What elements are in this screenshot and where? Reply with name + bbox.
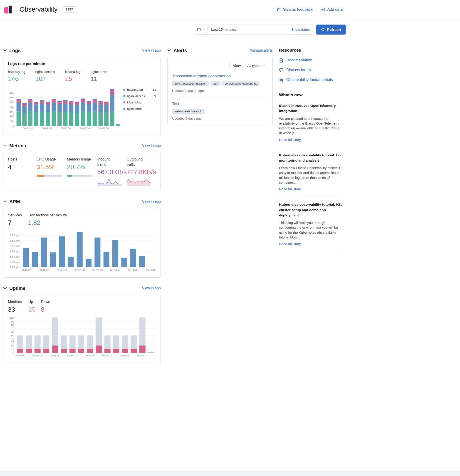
legend-label: haproxy.log	[127, 88, 143, 91]
stat-value: 146	[8, 75, 25, 83]
svg-text:150: 150	[10, 110, 14, 113]
svg-text:250: 250	[10, 101, 14, 104]
stat-label: kibana.log	[65, 69, 80, 74]
svg-text:90: 90	[11, 320, 14, 323]
news-item-title: Kubernetes observability tutorial: Log m…	[279, 153, 343, 163]
news-item-title: Kubernetes observability tutorial: K8s c…	[279, 202, 343, 218]
uptime-stat-up: Up 25	[28, 299, 41, 313]
manage-alerts-link[interactable]: Manage alerts	[250, 48, 273, 52]
svg-text:09:56:00: 09:56:00	[99, 127, 109, 130]
alerts-view-button[interactable]: View	[230, 62, 244, 69]
news-divider	[279, 251, 343, 251]
stat-label: nginx.error	[90, 69, 107, 74]
legend-dot	[123, 95, 125, 97]
svg-text:09:56:00: 09:56:00	[128, 269, 138, 272]
cpu-progress-fill	[37, 175, 44, 177]
legend-label: nginx.error	[127, 107, 142, 110]
svg-text:40: 40	[11, 338, 14, 340]
resource-link-discuss-forum[interactable]: Discuss forum	[279, 68, 343, 72]
metrics-section-title: Metrics	[9, 143, 26, 148]
svg-text:09:58:00: 09:58:00	[137, 354, 148, 357]
apm-stat-services: Services 7	[8, 213, 28, 226]
metrics-section: Metrics View in app Hosts 4 CPU Usage 31…	[3, 143, 161, 191]
metrics-collapse-chevron-icon[interactable]	[3, 144, 7, 147]
news-divider	[279, 196, 343, 196]
uptime-stat-monitors: Monitors 33	[8, 299, 28, 313]
legend-item[interactable]: nginx.error	[123, 107, 156, 110]
beta-badge: BETA	[62, 6, 78, 13]
apm-collapse-chevron-icon[interactable]	[3, 200, 7, 204]
legend-item[interactable]: nginx.access 9	[123, 94, 156, 98]
date-quick-select-button[interactable]	[194, 25, 208, 34]
uptime-section-title: Uptime	[9, 286, 25, 291]
svg-text:09:52:00: 09:52:00	[92, 269, 103, 272]
apm-panel: Services 7 Transactions per minute 1.82 …	[3, 208, 161, 278]
resource-link-observability-fundamentals[interactable]: Observability fundamentals	[279, 77, 343, 82]
svg-text:50: 50	[11, 120, 14, 123]
fundamentals-icon	[279, 78, 283, 82]
legend-item[interactable]: haproxy.log 11	[123, 88, 156, 91]
svg-text:1.50 tpm: 1.50 tpm	[10, 250, 20, 253]
alerts-collapse-chevron-icon[interactable]	[167, 49, 171, 52]
stat-value: 15	[65, 75, 80, 83]
alert-badge: metrics.alert.threshold	[172, 109, 205, 114]
external-link-icon	[277, 8, 281, 11]
refresh-button[interactable]: Refresh	[316, 25, 346, 34]
main-grid: Logs View in app Logs rate per minute ha…	[3, 48, 343, 371]
alert-title-link[interactable]: Transaction duration | opbeans-go	[172, 74, 231, 78]
alert-item: Transaction duration | opbeans-go apm.tr…	[172, 74, 268, 93]
legend-item[interactable]: kibana.log	[123, 101, 156, 104]
alert-badge: service.name:opbeans-go	[222, 81, 260, 86]
svg-text:09:48:00: 09:48:00	[57, 269, 67, 272]
svg-text:0: 0	[13, 351, 14, 354]
add-data-label: Add data	[327, 7, 343, 12]
metrics-view-in-app-link[interactable]: View in app	[142, 144, 161, 148]
logs-chart-legend: haproxy.log 11 nginx.access 9 kibana.log	[123, 87, 156, 113]
news-item: Elastic introduces OpenTelemetry integra…	[279, 103, 343, 147]
svg-text:09:50:00: 09:50:00	[74, 269, 85, 272]
uptime-collapse-chevron-icon[interactable]	[3, 286, 7, 290]
metric-label: Memory usage	[67, 157, 97, 162]
stat-label: nginx.access	[35, 69, 55, 74]
metric-value: 33	[8, 306, 28, 313]
chevron-down-icon	[202, 29, 205, 30]
read-full-story-link[interactable]: Read full story	[279, 138, 301, 142]
time-range-display[interactable]: Last 15 minutes Show dates	[208, 27, 313, 32]
alert-badge: apm	[211, 81, 221, 86]
news-item-body: We are pleased to announce the availabil…	[279, 116, 343, 136]
read-full-story-link[interactable]: Read full story	[279, 242, 301, 246]
news-divider	[279, 147, 343, 147]
svg-text:09:44:00: 09:44:00	[21, 269, 31, 272]
svg-text:10: 10	[11, 348, 14, 351]
page-bottom-strip	[0, 471, 460, 476]
memory-progress-bar	[67, 175, 92, 177]
legend-label: kibana.log	[127, 101, 141, 104]
legend-value: 9	[154, 94, 156, 98]
alerts-type-dropdown[interactable]: All types	[244, 62, 268, 69]
svg-text:20: 20	[11, 344, 14, 347]
stat-value: 107	[35, 75, 55, 83]
resource-link-documentation[interactable]: Documentation	[279, 58, 343, 62]
add-data-link[interactable]: Add data	[321, 7, 343, 12]
show-dates-link[interactable]: Show dates	[291, 27, 310, 32]
metric-value: 25	[28, 306, 41, 313]
svg-text:09:54:00: 09:54:00	[110, 269, 121, 272]
read-full-story-link[interactable]: Read full story	[279, 187, 301, 191]
uptime-view-in-app-link[interactable]: View in app	[142, 286, 161, 290]
svg-text:2.50 tpm: 2.50 tpm	[10, 239, 20, 242]
give-feedback-link[interactable]: Give us feedback	[277, 7, 313, 12]
metric-value: 1.82	[28, 219, 67, 226]
logs-view-in-app-link[interactable]: View in app	[142, 48, 161, 52]
logs-collapse-chevron-icon[interactable]	[3, 49, 7, 52]
memory-progress-fill	[67, 175, 72, 177]
metric-label: Hosts	[8, 157, 37, 162]
svg-text:09:58:00: 09:58:00	[146, 269, 156, 272]
alerts-type-value: All types	[247, 64, 260, 68]
logs-stat-kibana: kibana.log 15	[65, 69, 80, 83]
resource-link-label: Discuss forum	[286, 68, 311, 72]
legend-dot	[123, 108, 125, 110]
whats-new-title: What's new	[279, 93, 343, 98]
apm-view-in-app-link[interactable]: View in app	[142, 200, 161, 204]
logs-stat-nginx-access: nginx.access 107	[35, 69, 55, 83]
alert-title-link[interactable]: Test	[172, 102, 179, 106]
